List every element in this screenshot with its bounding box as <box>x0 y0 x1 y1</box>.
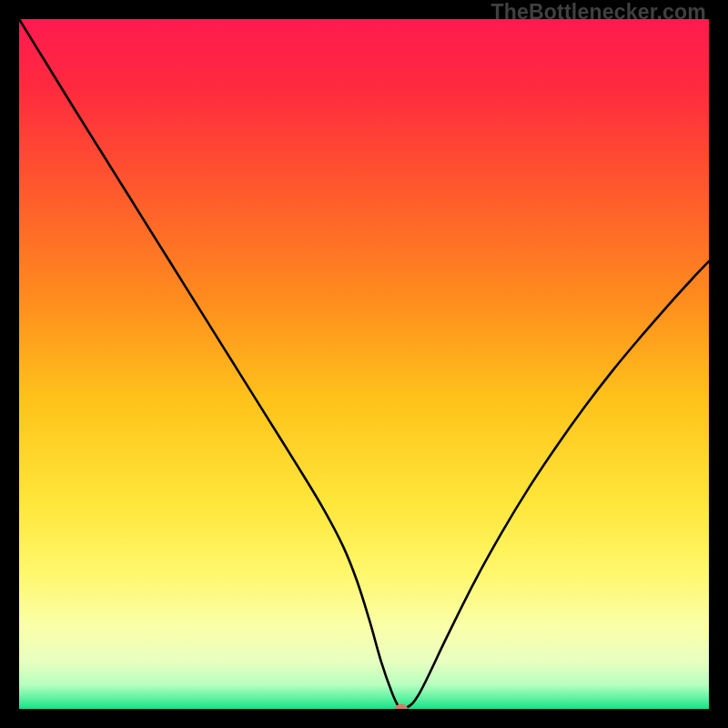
plot-area <box>19 19 709 709</box>
chart-svg <box>19 19 709 709</box>
watermark: TheBottlenecker.com <box>491 0 706 25</box>
chart-frame: TheBottlenecker.com <box>0 0 728 728</box>
